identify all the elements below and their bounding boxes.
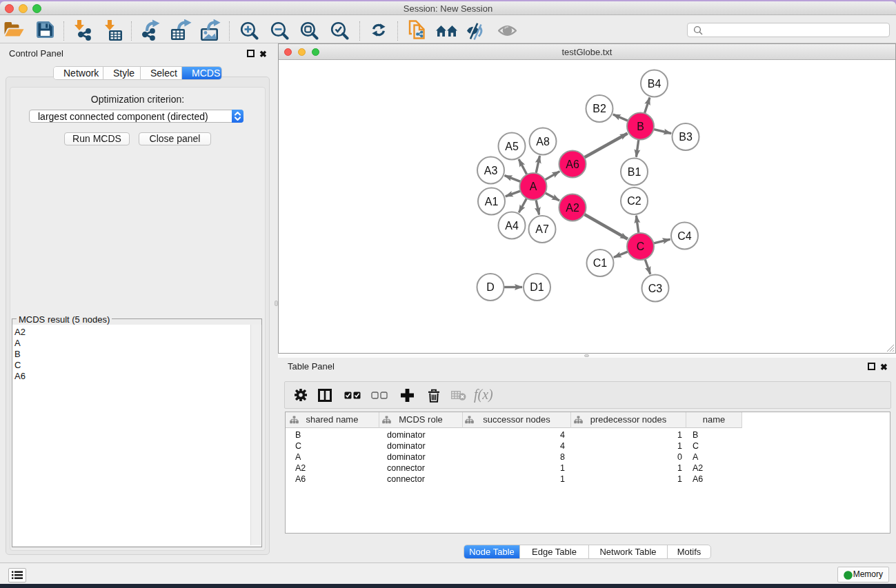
svg-text:C3: C3 xyxy=(648,283,663,294)
svg-text:B4: B4 xyxy=(648,78,661,90)
svg-text:A7: A7 xyxy=(535,223,549,235)
svg-text:C4: C4 xyxy=(677,230,692,242)
svg-text:D1: D1 xyxy=(530,281,544,293)
svg-text:B: B xyxy=(637,121,644,132)
svg-text:B3: B3 xyxy=(679,131,693,143)
svg-text:C: C xyxy=(637,241,645,252)
svg-text:A2: A2 xyxy=(566,202,579,214)
svg-text:B2: B2 xyxy=(593,103,606,114)
svg-text:A1: A1 xyxy=(485,196,499,207)
svg-text:A8: A8 xyxy=(536,136,550,148)
svg-text:A6: A6 xyxy=(566,159,579,170)
svg-text:B1: B1 xyxy=(628,166,641,178)
svg-text:A3: A3 xyxy=(484,165,498,176)
svg-text:D: D xyxy=(486,281,495,293)
svg-text:C2: C2 xyxy=(627,195,641,207)
svg-text:A5: A5 xyxy=(505,141,519,152)
svg-text:A: A xyxy=(530,181,537,192)
svg-text:A4: A4 xyxy=(505,220,519,232)
svg-text:C1: C1 xyxy=(593,257,608,269)
